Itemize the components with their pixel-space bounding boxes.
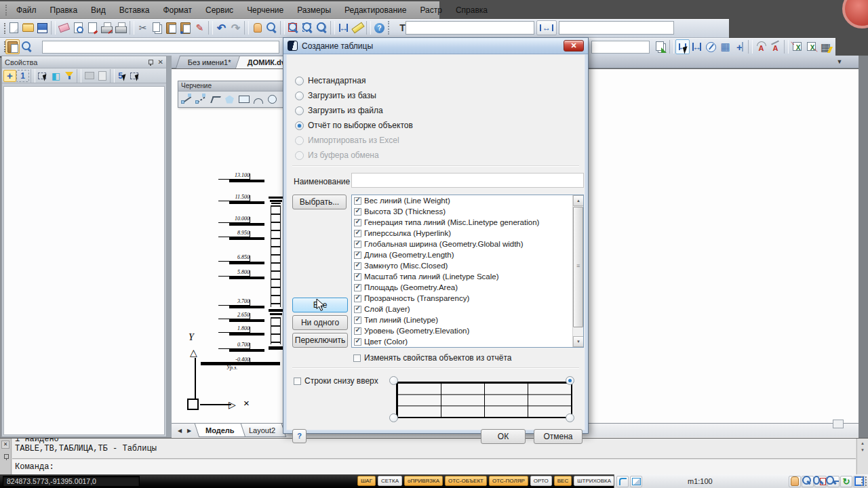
toolbar-input-2[interactable]	[559, 21, 674, 35]
rows-bottom-up-checkbox[interactable]: Строки снизу вверх	[294, 376, 378, 386]
command-scrollbar[interactable]: ▲▼	[856, 439, 868, 475]
command-input-field[interactable]	[42, 41, 279, 54]
checkbox-icon[interactable]	[354, 295, 361, 302]
pin-icon[interactable]	[3, 453, 9, 460]
dialog-radio-option[interactable]: Нестандартная	[295, 75, 366, 86]
help-button[interactable]: ?	[292, 429, 307, 443]
checkbox-icon[interactable]	[294, 378, 301, 385]
property-list-item[interactable]: Замкнуто (Misc.Closed)	[352, 260, 572, 271]
pastelayer-icon[interactable]	[654, 39, 668, 54]
checkbox-icon[interactable]	[354, 219, 361, 226]
drect-icon[interactable]	[237, 92, 251, 106]
dcircle-icon[interactable]	[265, 92, 279, 106]
dialog-radio-option[interactable]: Из буфера обмена	[295, 150, 379, 161]
listbox-scrollbar[interactable]: ▲ ▼	[572, 195, 583, 347]
tab-overflow-button[interactable]: ▼	[834, 58, 845, 66]
menu-item[interactable]: Размеры	[290, 3, 338, 18]
dialog-radio-option[interactable]: Импортировать из Excel	[295, 135, 399, 146]
property-list-item[interactable]: Вес линий (Line Weight)	[352, 195, 572, 206]
menu-item[interactable]: Справка	[449, 3, 494, 18]
dpoly-icon[interactable]	[222, 92, 237, 106]
property-list-item[interactable]: Генерация типа линий (Misc.Linetype gene…	[352, 217, 572, 228]
print-icon[interactable]	[114, 20, 128, 35]
property-list-item[interactable]: Гиперссылка (Hyperlink)	[352, 228, 572, 239]
table-corner-radio[interactable]	[566, 413, 574, 422]
printpen-icon[interactable]	[100, 20, 114, 35]
darc-icon[interactable]	[251, 92, 265, 106]
property-list-item[interactable]: Прозрачность (Transparency)	[352, 293, 572, 304]
checkbox-icon[interactable]	[354, 230, 361, 237]
checkbox-icon[interactable]	[354, 327, 361, 335]
ppage-icon[interactable]	[96, 70, 108, 82]
status-toggle[interactable]: оПРИВЯЗКА	[404, 476, 443, 486]
properties-listbox[interactable]: Вес линий (Line Weight)Высота 3D (Thickn…	[351, 195, 584, 348]
prev-sheet-arrow[interactable]: ◀	[175, 426, 184, 435]
szoom-icon[interactable]	[802, 476, 814, 487]
szoomout-icon[interactable]	[827, 476, 840, 487]
property-list-item[interactable]: Высота 3D (Thickness)	[352, 206, 572, 217]
pquick-icon[interactable]	[116, 70, 129, 82]
checkbox-icon[interactable]	[354, 251, 361, 259]
pan-icon[interactable]	[250, 20, 264, 35]
quick-measure-button[interactable]: ↔	[536, 20, 557, 35]
scroll-down-arrow[interactable]: ▼	[573, 336, 584, 347]
copy-icon[interactable]	[150, 20, 164, 35]
status-toggle[interactable]: ШАГ	[357, 476, 376, 486]
pagepen-icon[interactable]	[85, 20, 100, 35]
dpline-icon[interactable]	[208, 92, 222, 106]
excelin-icon[interactable]	[790, 39, 804, 54]
property-list-item[interactable]: Глобальная ширина (Geometry.Global width…	[352, 239, 572, 249]
status-toggle[interactable]: ОРТО	[530, 476, 552, 486]
new-icon[interactable]	[7, 20, 21, 35]
pastesp-icon[interactable]	[178, 20, 193, 35]
draw-palette-title[interactable]: Черчение	[178, 81, 285, 92]
pplus-icon[interactable]	[3, 70, 16, 82]
modify-properties-checkbox[interactable]: Изменять свойства объектов из отчёта	[353, 353, 511, 363]
span-icon[interactable]	[789, 476, 801, 487]
zoom-icon[interactable]	[264, 20, 279, 35]
measure-icon[interactable]	[336, 20, 351, 35]
dialog-radio-option[interactable]: Загрузить из базы	[295, 90, 376, 101]
toolbar-input-1[interactable]	[406, 21, 534, 35]
resize-grip[interactable]	[861, 476, 867, 486]
zoomobj-icon[interactable]	[300, 20, 315, 35]
pin-icon[interactable]	[147, 59, 154, 66]
szoomwin-icon[interactable]	[814, 476, 827, 487]
property-list-item[interactable]: Слой (Layer)	[352, 304, 572, 314]
checkbox-icon[interactable]	[354, 241, 361, 248]
save-icon[interactable]	[35, 20, 50, 35]
cancel-button[interactable]: Отмена	[534, 429, 583, 444]
help-icon[interactable]	[372, 20, 387, 35]
dialog-radio-option[interactable]: Отчёт по выборке объектов	[295, 120, 413, 131]
dimlin-act-icon[interactable]	[675, 39, 690, 54]
toolbar-drag-handle[interactable]	[5, 5, 7, 16]
tabledit-icon[interactable]	[818, 39, 833, 54]
menu-item[interactable]: Сервис	[199, 3, 240, 18]
checkbox-icon[interactable]	[354, 197, 361, 205]
preview-icon[interactable]	[71, 20, 85, 35]
document-tab[interactable]: Без имени1*	[176, 56, 243, 68]
scorner-icon[interactable]	[616, 476, 629, 487]
srefresh-icon[interactable]	[840, 476, 852, 487]
select-objects-button[interactable]: Выбрать...	[292, 195, 347, 209]
checkbox-icon[interactable]	[354, 273, 361, 281]
command-history[interactable]: 1 найденоTABLE,ТВ,ТАБЛИЦА,ТБ - Таблицы	[12, 439, 856, 459]
cut-icon[interactable]	[136, 20, 150, 35]
menu-item[interactable]: Черчение	[240, 3, 290, 18]
pflip-icon[interactable]	[50, 70, 62, 82]
dialog-radio-option[interactable]: Загрузить из файла	[295, 105, 383, 116]
property-list-item[interactable]: Цвет (Color)	[352, 336, 572, 347]
ruler-icon[interactable]	[351, 20, 365, 35]
excelout-icon[interactable]	[804, 39, 818, 54]
properties-panel-header[interactable]: Свойства ✕	[2, 56, 166, 68]
scroll-up-arrow[interactable]: ▲	[573, 195, 584, 206]
pcopy-icon[interactable]	[83, 70, 96, 82]
property-list-item[interactable]: Тип линий (Linetype)	[352, 314, 572, 325]
dialog-title-bar[interactable]: Создание таблицы ✕	[283, 38, 588, 54]
scale-indicator[interactable]: m1:100	[688, 477, 713, 485]
open-icon[interactable]	[21, 20, 35, 35]
zoomall-icon[interactable]	[315, 20, 329, 35]
status-toggle[interactable]: ОТС-ОБЪЕКТ	[445, 476, 487, 486]
checkbox-icon[interactable]	[354, 284, 361, 291]
sheet-tab[interactable]: Модель	[195, 424, 245, 437]
